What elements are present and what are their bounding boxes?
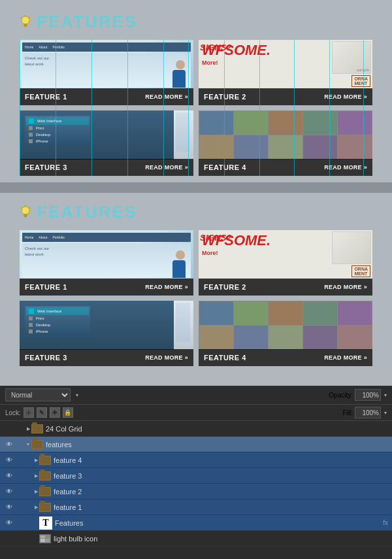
bottom-feature-1-nav: Home About Portfolio bbox=[22, 233, 191, 242]
bottom-feature-4-read-more[interactable]: READ MORE » bbox=[324, 354, 367, 361]
layer-fx-badge: fx bbox=[383, 519, 388, 526]
layer-eye-feature3[interactable]: 👁 bbox=[4, 471, 14, 481]
svg-point-6 bbox=[22, 207, 29, 214]
layer-arrow-feature1[interactable] bbox=[33, 504, 39, 511]
feature-2-badge: ORNAMENT bbox=[351, 75, 370, 87]
svg-line-10 bbox=[21, 207, 22, 209]
layer-item-features-text[interactable]: 👁 T Features fx bbox=[0, 515, 392, 531]
bottom-feature-1-person bbox=[172, 250, 188, 278]
feature-3-thumb: Web Interface Print Desktop iPhone bbox=[20, 110, 193, 160]
opacity-label: Opacity: bbox=[329, 392, 353, 399]
layer-item-24col[interactable]: 👁 24 Col Grid bbox=[0, 421, 392, 437]
lock-move-icon[interactable]: ✛ bbox=[50, 407, 60, 418]
feature-card-3[interactable]: Web Interface Print Desktop iPhone bbox=[20, 110, 193, 176]
svg-point-0 bbox=[22, 16, 29, 24]
fill-input[interactable] bbox=[355, 407, 381, 418]
bottom-feature-3-label: FEATURE 3 bbox=[25, 354, 67, 362]
feature-card-1[interactable]: Home About Portfolio Check out ourlatest… bbox=[20, 40, 193, 105]
blend-mode-arrow: ▾ bbox=[76, 392, 78, 398]
layer-arrow-feature2[interactable] bbox=[33, 488, 39, 495]
bottom-feature-3-label-bar: FEATURE 3 READ MORE » bbox=[20, 349, 193, 366]
layer-item-feature3[interactable]: 👁 feature 3 bbox=[0, 468, 392, 484]
layer-folder-feature2 bbox=[39, 487, 51, 496]
feature-2-label: FEATURE 2 bbox=[204, 93, 246, 101]
bottom-section-heading: FEATURES bbox=[37, 202, 137, 222]
layer-eye-feature2[interactable]: 👁 bbox=[4, 486, 14, 497]
layer-item-lightbulb[interactable]: 👁 light bulb icon bbox=[0, 531, 392, 547]
bottom-section: FEATURES Home About Portfolio bbox=[0, 193, 392, 373]
feature-2-read-more[interactable]: READ MORE » bbox=[324, 93, 367, 100]
bottom-feature-2-read-more[interactable]: READ MORE » bbox=[324, 284, 367, 290]
bottom-feature-3-read-more[interactable]: READ MORE » bbox=[145, 354, 188, 361]
layer-item-feature1[interactable]: 👁 feature 1 bbox=[0, 500, 392, 515]
lock-position-icon[interactable]: ⊹ bbox=[24, 407, 34, 418]
feature-1-label: FEATURE 1 bbox=[25, 93, 67, 101]
layer-arrow-feature4[interactable] bbox=[33, 457, 39, 464]
feature-card-4[interactable]: FEATURE 4 READ MORE » bbox=[199, 110, 372, 176]
layer-name-lightbulb: light bulb icon bbox=[54, 535, 388, 543]
opacity-control: Opacity: ▾ bbox=[329, 389, 387, 401]
feature-1-body: Check out ourlatest work bbox=[22, 53, 191, 88]
top-section-heading: FEATURES bbox=[37, 12, 137, 32]
lock-all-icon[interactable]: 🔒 bbox=[63, 407, 73, 418]
feature-4-read-more[interactable]: READ MORE » bbox=[324, 164, 367, 171]
layer-item-features[interactable]: 👁 features bbox=[0, 437, 392, 452]
feature-2-more: More! bbox=[202, 59, 218, 66]
layer-eye-lightbulb[interactable]: 👁 bbox=[4, 534, 14, 544]
layer-arrow-features-text bbox=[33, 520, 39, 526]
layer-T-icon: T bbox=[39, 517, 52, 530]
layer-name-feature1: feature 1 bbox=[54, 503, 388, 511]
layer-name-features: features bbox=[46, 441, 388, 449]
svg-line-11 bbox=[29, 207, 31, 209]
bottom-feature-1-body: Check out ourlatest work bbox=[22, 243, 191, 278]
bottom-feature-card-1[interactable]: Home About Portfolio Check out ourlatest… bbox=[20, 230, 193, 296]
layer-arrow-24col[interactable] bbox=[25, 426, 31, 432]
layer-eye-feature4[interactable]: 👁 bbox=[4, 455, 14, 466]
feature-4-thumb bbox=[199, 110, 372, 160]
feature-3-read-more[interactable]: READ MORE » bbox=[145, 164, 188, 171]
bottom-feature-2-thumb: WFSOME. SIGNS? More! ORNAMENT bbox=[199, 230, 372, 279]
bottom-feature-card-2[interactable]: WFSOME. SIGNS? More! ORNAMENT FEATURE 2 … bbox=[199, 230, 372, 296]
bottom-feature-2-label: FEATURE 2 bbox=[204, 283, 246, 291]
bottom-feature-4-label: FEATURE 4 bbox=[204, 354, 246, 362]
layers-panel: Normal ▾ Opacity: ▾ Lock: ⊹ ✎ ✛ 🔒 Fill: … bbox=[0, 386, 392, 559]
bottom-feature-card-4[interactable]: FEATURE 4 READ MORE » bbox=[199, 301, 372, 366]
bottom-feature-2-img bbox=[332, 231, 371, 264]
feature-2-img: sample bbox=[332, 41, 371, 74]
layer-arrow-features[interactable] bbox=[25, 441, 31, 448]
feature-3-sidebar bbox=[174, 110, 193, 160]
layer-folder-features bbox=[31, 440, 43, 449]
bottom-feature-1-text: Check out ourlatest work bbox=[25, 246, 49, 258]
bottom-feature-4-thumb bbox=[199, 301, 372, 350]
main-content: FEATURES Home bbox=[0, 0, 392, 386]
layer-item-feature2[interactable]: 👁 feature 2 bbox=[0, 484, 392, 500]
layer-eye-features-text[interactable]: 👁 bbox=[4, 518, 14, 528]
bulb-icon-bottom bbox=[20, 205, 31, 220]
blend-mode-select[interactable]: Normal bbox=[5, 388, 71, 401]
feature-card-2[interactable]: WFSOME. SIGNS? More! sample ORNAMENT FEA… bbox=[199, 40, 372, 105]
feature-1-thumb: Home About Portfolio Check out ourlatest… bbox=[20, 40, 193, 89]
feature-1-text: Check out ourlatest work bbox=[25, 56, 49, 67]
layer-eye-24col[interactable]: 👁 bbox=[4, 424, 14, 434]
layer-eye-feature1[interactable]: 👁 bbox=[4, 502, 14, 513]
layer-item-feature4[interactable]: 👁 feature 4 bbox=[0, 452, 392, 468]
bottom-feature-3-thumb: Web Interface Print Desktop iPhone bbox=[20, 301, 193, 350]
bottom-feature-card-3[interactable]: Web Interface Print Desktop iPhone bbox=[20, 301, 193, 366]
feature-1-read-more[interactable]: READ MORE » bbox=[145, 93, 188, 100]
bottom-features-grid: Home About Portfolio Check out ourlatest… bbox=[20, 230, 372, 366]
layers-toolbar: Normal ▾ Opacity: ▾ bbox=[0, 386, 392, 405]
bottom-feature-3-menu: Web Interface Print Desktop iPhone bbox=[25, 306, 90, 336]
layer-arrow-feature3[interactable] bbox=[33, 473, 39, 479]
feature-3-label: FEATURE 3 bbox=[25, 163, 67, 171]
bottom-section-title: FEATURES bbox=[20, 202, 372, 222]
section-divider bbox=[0, 182, 392, 193]
layer-name-feature3: feature 3 bbox=[54, 472, 388, 480]
layer-eye-features[interactable]: 👁 bbox=[4, 439, 14, 450]
feature-4-label-bar: FEATURE 4 READ MORE » bbox=[199, 159, 372, 176]
lock-pixel-icon[interactable]: ✎ bbox=[37, 407, 47, 418]
top-features-grid: Home About Portfolio Check out ourlatest… bbox=[20, 40, 372, 176]
opacity-input[interactable] bbox=[355, 389, 381, 401]
svg-rect-2 bbox=[24, 25, 27, 27]
bottom-feature-1-read-more[interactable]: READ MORE » bbox=[145, 284, 188, 290]
layer-folder-24col bbox=[31, 424, 43, 433]
